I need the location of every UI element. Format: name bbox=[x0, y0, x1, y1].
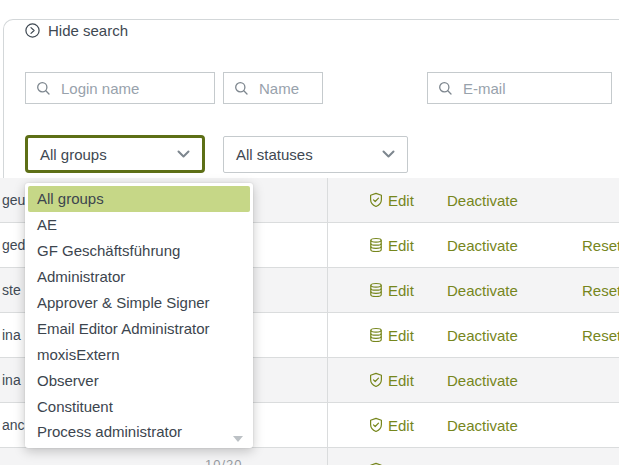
search-icon bbox=[438, 81, 453, 96]
table-row: EditDeactivate10/20 bbox=[0, 448, 619, 465]
group-option-6[interactable]: moxisExtern bbox=[28, 341, 250, 367]
edit-link[interactable]: Edit bbox=[388, 192, 414, 209]
group-option-9[interactable]: Process administrator bbox=[28, 419, 250, 445]
search-icon bbox=[36, 81, 51, 96]
login-name-search-field[interactable] bbox=[25, 72, 215, 104]
groups-filter-value: All groups bbox=[40, 146, 107, 163]
group-option-1[interactable]: AE bbox=[28, 212, 250, 238]
row-actions: EditDeactivateReset bbox=[327, 313, 619, 357]
name-input[interactable] bbox=[257, 79, 314, 98]
scroll-down-caret-icon[interactable] bbox=[233, 436, 243, 442]
groups-filter-select[interactable]: All groups bbox=[25, 135, 205, 173]
hide-search-toggle[interactable]: Hide search bbox=[25, 22, 128, 39]
group-option-0[interactable]: All groups bbox=[28, 186, 250, 212]
row-actions: EditDeactivate bbox=[327, 178, 619, 222]
group-option-3[interactable]: Administrator bbox=[28, 264, 250, 290]
email-search-field[interactable] bbox=[427, 72, 612, 104]
row-text-fragment: ina bbox=[2, 372, 21, 388]
edit-link[interactable]: Edit bbox=[388, 417, 414, 434]
deactivate-link[interactable]: Deactivate bbox=[447, 237, 518, 254]
row-actions: EditDeactivate bbox=[327, 448, 619, 465]
database-icon bbox=[368, 237, 384, 253]
deactivate-link[interactable]: Deactivate bbox=[447, 462, 518, 465]
edit-link[interactable]: Edit bbox=[388, 327, 414, 344]
group-option-5[interactable]: Email Editor Administrator bbox=[28, 315, 250, 341]
search-icon bbox=[234, 81, 249, 96]
groups-dropdown-menu: All groupsAEGF GeschäftsführungAdministr… bbox=[25, 183, 253, 448]
chevron-down-icon bbox=[177, 150, 190, 159]
statuses-filter-value: All statuses bbox=[236, 146, 313, 163]
row-text-fragment: geu bbox=[2, 192, 25, 208]
chevron-down-icon bbox=[382, 150, 395, 159]
row-actions: EditDeactivateReset bbox=[327, 268, 619, 312]
reset-link[interactable]: Reset bbox=[582, 282, 619, 299]
user-management-screen: Hide search All groups All statuses geuE… bbox=[0, 0, 619, 465]
row-text-fragment: ste bbox=[2, 282, 21, 298]
database-icon bbox=[368, 327, 384, 343]
group-option-7[interactable]: Observer bbox=[28, 367, 250, 393]
hide-search-label: Hide search bbox=[48, 22, 128, 39]
shield-check-icon bbox=[368, 192, 384, 208]
row-text-fragment: ina bbox=[2, 327, 21, 343]
row-actions: EditDeactivateReset bbox=[327, 223, 619, 267]
reset-link[interactable]: Reset bbox=[582, 327, 619, 344]
edit-link[interactable]: Edit bbox=[388, 237, 414, 254]
row-text-fragment: anc bbox=[2, 417, 25, 433]
partial-text-fragment: 10/20 bbox=[205, 457, 243, 465]
edit-link[interactable]: Edit bbox=[388, 372, 414, 389]
login-name-input[interactable] bbox=[59, 79, 206, 98]
email-input[interactable] bbox=[461, 79, 603, 98]
deactivate-link[interactable]: Deactivate bbox=[447, 327, 518, 344]
deactivate-link[interactable]: Deactivate bbox=[447, 282, 518, 299]
row-actions: EditDeactivate bbox=[327, 403, 619, 447]
statuses-filter-select[interactable]: All statuses bbox=[223, 136, 408, 173]
shield-check-icon bbox=[368, 417, 384, 433]
name-search-field[interactable] bbox=[223, 72, 323, 104]
database-icon bbox=[368, 282, 384, 298]
deactivate-link[interactable]: Deactivate bbox=[447, 417, 518, 434]
group-option-2[interactable]: GF Geschäftsführung bbox=[28, 238, 250, 264]
shield-check-icon bbox=[368, 372, 384, 388]
row-text-fragment: ged bbox=[2, 237, 25, 253]
deactivate-link[interactable]: Deactivate bbox=[447, 372, 518, 389]
reset-link[interactable]: Reset bbox=[582, 237, 619, 254]
deactivate-link[interactable]: Deactivate bbox=[447, 192, 518, 209]
group-option-8[interactable]: Constituent bbox=[28, 393, 250, 419]
circle-chevron-right-icon bbox=[25, 23, 40, 38]
row-actions: EditDeactivate bbox=[327, 358, 619, 402]
edit-link[interactable]: Edit bbox=[388, 462, 414, 465]
group-option-4[interactable]: Approver & Simple Signer bbox=[28, 290, 250, 316]
edit-link[interactable]: Edit bbox=[388, 282, 414, 299]
